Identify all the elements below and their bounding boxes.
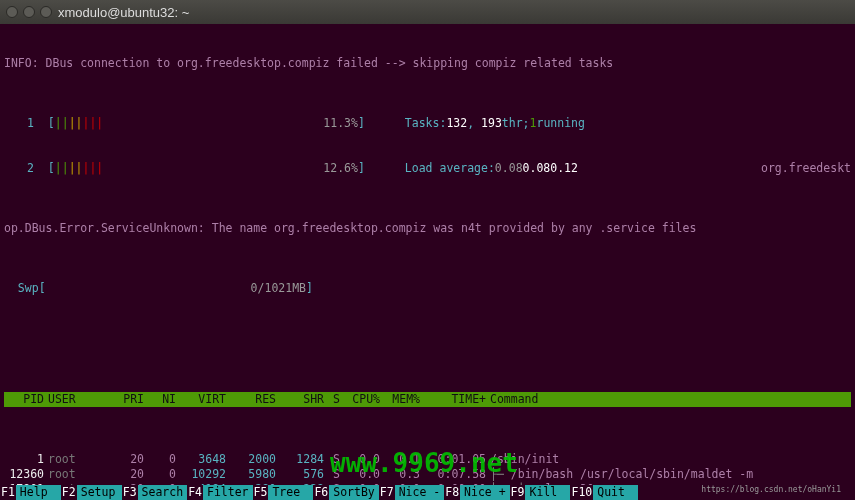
- error-line: op.DBus.Error.ServiceUnknown: The name o…: [4, 221, 851, 236]
- watermark-small: https://blog.csdn.net/oHanYi1: [701, 485, 841, 494]
- col-pid[interactable]: PID: [4, 392, 44, 407]
- col-mem[interactable]: MEM%: [380, 392, 420, 407]
- cpu-bar-2: 2 [|||||||12.6%] Load average: 0.08 0.08…: [4, 161, 851, 176]
- fkey-f2[interactable]: F2Setup: [61, 485, 122, 500]
- col-s[interactable]: S: [324, 392, 340, 407]
- cpu-bar-1: 1 [|||||||11.3%] Tasks: 132, 193 thr; 1 …: [4, 116, 851, 131]
- info-line: INFO: DBus connection to org.freedesktop…: [4, 56, 851, 71]
- col-cpu[interactable]: CPU%: [340, 392, 380, 407]
- col-pri[interactable]: PRI: [102, 392, 144, 407]
- minimize-icon[interactable]: [23, 6, 35, 18]
- col-ni[interactable]: NI: [144, 392, 176, 407]
- column-header[interactable]: PID USER PRI NI VIRT RES SHR S CPU% MEM%…: [4, 392, 851, 407]
- window-buttons: [6, 6, 52, 18]
- fkey-f10[interactable]: F10Quit: [570, 485, 638, 500]
- fkey-f3[interactable]: F3Search: [122, 485, 187, 500]
- fkey-f6[interactable]: F6SortBy: [313, 485, 378, 500]
- col-res[interactable]: RES: [226, 392, 276, 407]
- col-time[interactable]: TIME+: [420, 392, 490, 407]
- fkey-f5[interactable]: F5Tree: [253, 485, 314, 500]
- fkey-f4[interactable]: F4Filter: [187, 485, 252, 500]
- close-icon[interactable]: [6, 6, 18, 18]
- watermark-big: www.9969.net: [330, 448, 518, 478]
- fkey-f8[interactable]: F8Nice +: [444, 485, 509, 500]
- terminal-area: INFO: DBus connection to org.freedesktop…: [0, 24, 855, 500]
- window-titlebar: xmodulo@ubuntu32: ~: [0, 0, 855, 24]
- fkey-f9[interactable]: F9Kill: [510, 485, 571, 500]
- col-user[interactable]: USER: [44, 392, 102, 407]
- swap-bar: Swp[0/1021MB]: [4, 281, 851, 296]
- fkey-f7[interactable]: F7Nice -: [379, 485, 444, 500]
- fkey-f1[interactable]: F1Help: [0, 485, 61, 500]
- col-cmd[interactable]: Command: [490, 392, 851, 407]
- window-title: xmodulo@ubuntu32: ~: [58, 5, 189, 20]
- tasks-label: Tasks:: [405, 116, 447, 131]
- load-label: Load average:: [405, 161, 495, 176]
- col-virt[interactable]: VIRT: [176, 392, 226, 407]
- maximize-icon[interactable]: [40, 6, 52, 18]
- col-shr[interactable]: SHR: [276, 392, 324, 407]
